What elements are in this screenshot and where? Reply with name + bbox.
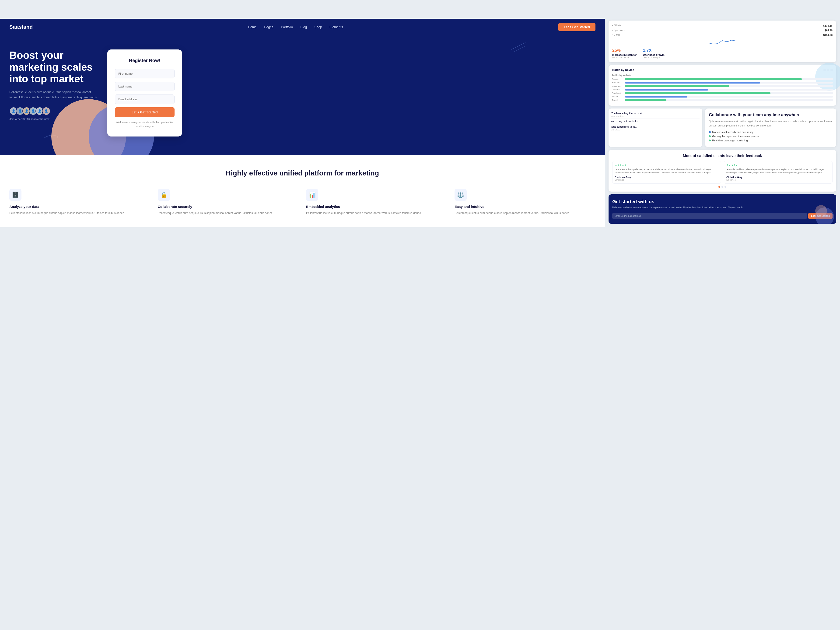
nav-elements[interactable]: Elements	[330, 25, 343, 29]
bug-title-3: ame subscribed to yo...	[611, 126, 699, 128]
traffic-header: Traffic by Device	[612, 68, 833, 72]
feature-icon-collaborate: 🔒	[158, 189, 170, 201]
stat-sponsored-label: • Sponsored	[612, 29, 625, 32]
collaborate-section: Collaborate with your team anytime anywh…	[705, 109, 836, 147]
hero-text: Boost your marketing scales into top mar…	[9, 49, 98, 121]
role-2: Employee	[726, 179, 830, 181]
feature-name-analytics: Embedded analytics	[306, 205, 447, 208]
bar-fill-google	[625, 78, 802, 80]
bar-pinterest: Pinterest	[612, 88, 833, 91]
bar-youtube: Youtube	[612, 81, 833, 84]
feature-desc-analytics: Pellentesque lectus cum neque cursus sap…	[306, 211, 447, 216]
features-section: Highly effective unified platform for ma…	[0, 155, 605, 227]
dot-inactive-2	[725, 186, 726, 188]
bar-fill-instagram	[625, 85, 729, 87]
collab-item-text-3: Real-time campaign monitoring	[712, 139, 748, 142]
bug-title-2: ave a bug that needs t...	[611, 120, 699, 123]
collab-dot-1	[709, 131, 711, 133]
feature-name-collaborate: Collaborate securely	[158, 205, 298, 208]
collab-dot-2	[709, 135, 711, 137]
bar-label-instagram: Instagram	[612, 85, 624, 87]
bar-chart: Google Youtube Instagram Pinterest	[612, 78, 833, 101]
bar-label-twitter: Twitter	[612, 95, 624, 98]
lock-icon: 🔒	[160, 191, 167, 198]
gs-form: Let's Get Started	[612, 213, 832, 219]
feature-icon-intuitive: ⚖️	[455, 189, 467, 201]
nav-links: Home Pages Portfolio Blog Shop Elements	[248, 25, 343, 29]
hero-subtitle: Pellentesque lectus cum neque cursus sap…	[9, 90, 98, 100]
nav-portfolio[interactable]: Portfolio	[281, 25, 293, 29]
increase-stats: 25% Increase in retention Lectus cum neq…	[612, 48, 832, 58]
nav-pages[interactable]: Pages	[264, 25, 273, 29]
traffic-subtitle: Traffic by Website	[612, 74, 833, 77]
feature-desc-collaborate: Pellentesque lectus cum neque cursus sap…	[158, 211, 298, 216]
stat-affiliate-label: • Affiliate	[612, 24, 621, 27]
bar-fill-pinterest	[625, 88, 708, 90]
collab-item-text-1: Monitor stacks easily and accurately	[712, 131, 753, 133]
feature-icon-analyze: 🗄️	[9, 189, 22, 201]
dots-indicator	[612, 186, 832, 188]
author-2: Christina Gray	[726, 176, 830, 179]
testimonial-card-2: ★★★★★ "Purus lectus libero pellentesque …	[724, 161, 832, 184]
stat-affiliate-value: $135.18	[823, 24, 832, 27]
retention-sub: Lectus cum neque	[612, 56, 638, 58]
register-card: Register Now! Let's Get Started We'll ne…	[107, 49, 182, 136]
email-input[interactable]	[115, 95, 175, 104]
testimonials-title: Most of satisfied clients leave their fe…	[612, 153, 832, 158]
bug-row-3: ame subscribed to yo... Ap 10 AM	[611, 124, 699, 132]
collab-item-3: Real-time campaign monitoring	[709, 139, 832, 142]
register-note: We'll never share your details with thir…	[115, 120, 175, 128]
bar-label-tumblr: Tumblr	[612, 99, 624, 101]
stat-email-label: • E-Mail	[612, 33, 621, 36]
balance-icon: ⚖️	[457, 191, 464, 198]
retention-label: Increase in retention	[612, 54, 638, 56]
features-title: Highly effective unified platform for ma…	[9, 169, 595, 177]
feature-analytics: 📊 Embedded analytics Pellentesque lectus…	[306, 189, 447, 216]
navbar: Saasland Home Pages Portfolio Blog Shop …	[0, 19, 605, 35]
dot-active	[718, 186, 720, 188]
right-sidebar: • Affiliate $135.18 • Sponsored $64.90 •…	[605, 19, 840, 227]
gs-desc: Pellentesque lectus cum neque cursus sap…	[612, 206, 832, 210]
nav-home[interactable]: Home	[248, 25, 257, 29]
stat-sponsored-value: $64.90	[824, 29, 832, 32]
bar-tumblr: Tumblr	[612, 99, 833, 101]
last-name-input[interactable]	[115, 82, 175, 91]
join-text: Join other 3200+ marketers now	[9, 118, 98, 121]
gs-email-input[interactable]	[612, 213, 807, 219]
testimonial-text-1: "Purus lectus libero pellentesque mauris…	[615, 168, 718, 174]
testimonial-card-1: ★★★★★ "Purus lectus libero pellentesque …	[612, 161, 721, 184]
increase-userbase: 1.7X User base growth Lectus cum neque	[643, 48, 665, 58]
collab-item-text-2: Get regular reports on the shares you ow…	[712, 135, 760, 138]
role-1: Employee	[615, 179, 718, 181]
author-1: Christina Gray	[615, 176, 718, 179]
brand-logo: Saasland	[9, 24, 33, 30]
feature-collaborate: 🔒 Collaborate securely Pellentesque lect…	[158, 189, 298, 216]
stars-1: ★★★★★	[615, 164, 718, 167]
feature-desc-analyze: Pellentesque lectus cum neque cursus sap…	[9, 211, 150, 216]
register-button[interactable]: Let's Get Started	[115, 107, 175, 117]
chart-icon: 📊	[309, 191, 316, 198]
hero-section: Boost your marketing scales into top mar…	[0, 35, 605, 155]
testimonials-section: Most of satisfied clients leave their fe…	[608, 150, 836, 192]
userbase-pct: 1.7X	[643, 48, 665, 53]
collab-desc: Quis sem fermentum erat pretium eget pha…	[709, 120, 832, 128]
feature-desc-intuitive: Pellentesque lectus cum neque cursus sap…	[455, 211, 595, 216]
nav-cta-button[interactable]: Let's Get Started	[558, 23, 595, 31]
first-name-input[interactable]	[115, 69, 175, 78]
bug-tracker-card: You have a bug that needs t... Just regi…	[608, 109, 702, 147]
bug-title-1: You have a bug that needs t...	[611, 112, 699, 115]
register-title: Register Now!	[115, 58, 175, 63]
bar-fill-tumblr	[625, 99, 666, 101]
userbase-label: User base growth	[643, 54, 665, 56]
nav-shop[interactable]: Shop	[314, 25, 322, 29]
nav-blog[interactable]: Blog	[300, 25, 307, 29]
bar-fill-youtube	[625, 82, 760, 84]
dot-inactive-1	[722, 186, 723, 188]
bug-row-2: ave a bug that needs t...	[611, 119, 699, 124]
database-icon: 🗄️	[12, 191, 19, 198]
bar-label-google: Google	[612, 78, 624, 80]
traffic-title: Traffic by Device	[612, 68, 634, 72]
bar-instagram: Instagram	[612, 85, 833, 87]
feature-name-intuitive: Easy and intuitive	[455, 205, 595, 208]
bar-label-youtube: Youtube	[612, 81, 624, 84]
